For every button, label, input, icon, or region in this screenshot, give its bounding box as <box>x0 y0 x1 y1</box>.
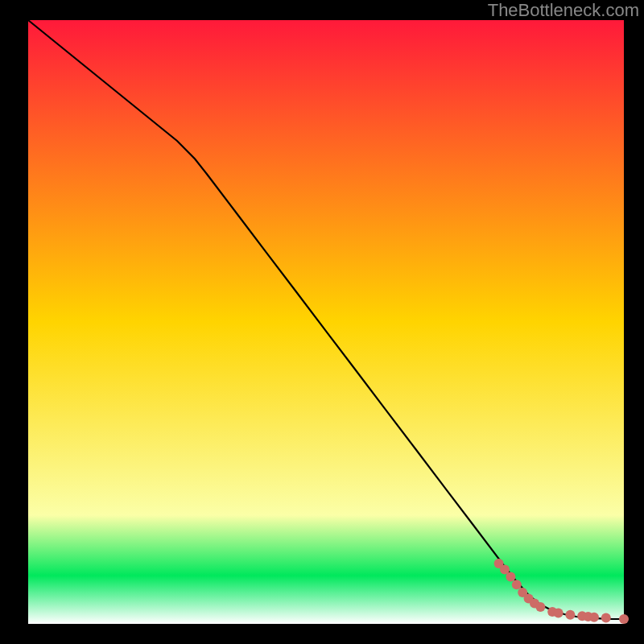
data-point <box>512 580 522 589</box>
watermark-text: TheBottleneck.com <box>488 0 639 21</box>
data-point <box>601 613 611 623</box>
data-point <box>565 610 575 620</box>
data-point <box>535 602 545 612</box>
plot-area <box>28 20 624 624</box>
data-point <box>619 614 629 624</box>
data-point <box>554 609 564 618</box>
data-point <box>589 613 599 622</box>
chart-container: TheBottleneck.com <box>0 0 644 644</box>
data-point <box>506 572 515 582</box>
chart-svg <box>0 0 644 644</box>
